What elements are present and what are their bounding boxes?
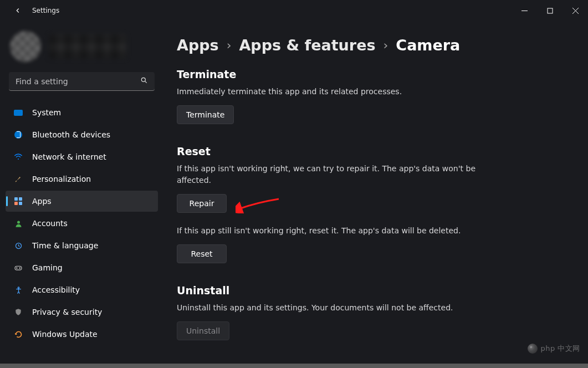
close-button[interactable] (563, 0, 588, 21)
watermark-text: php 中文网 (541, 344, 580, 354)
sidebar-item-accessibility[interactable]: Accessibility (6, 279, 158, 300)
sidebar-item-personalization[interactable]: Personalization (6, 168, 158, 190)
sidebar-item-time-language[interactable]: Time & language (6, 235, 158, 256)
section-title: Terminate (177, 68, 487, 80)
watermark: php 中文网 (528, 344, 580, 354)
sidebar-item-label: Privacy & security (32, 308, 102, 316)
nav-list: System Bluetooth & devices Network & int… (6, 102, 158, 345)
sidebar-item-network[interactable]: Network & internet (6, 146, 158, 167)
reset-section: Reset If this app isn't working right, w… (177, 145, 487, 263)
sidebar-item-windows-update[interactable]: Windows Update (6, 324, 158, 345)
svg-point-6 (18, 159, 19, 160)
bluetooth-icon (13, 130, 23, 140)
sidebar-item-label: Windows Update (32, 330, 98, 339)
avatar (10, 31, 41, 62)
search-icon (140, 76, 148, 86)
chevron-right-icon: › (384, 38, 388, 52)
breadcrumb: Apps › Apps & features › Camera (177, 37, 566, 54)
breadcrumb-apps[interactable]: Apps (177, 37, 219, 54)
svg-point-7 (17, 221, 20, 223)
sidebar-item-label: Gaming (32, 263, 63, 272)
repair-button[interactable]: Repair (177, 194, 227, 213)
clock-icon (13, 241, 23, 251)
minimize-button[interactable] (512, 0, 537, 21)
section-desc: If this app still isn't working right, r… (177, 225, 487, 237)
main-content: Apps › Apps & features › Camera Terminat… (163, 21, 588, 364)
back-button[interactable] (10, 7, 25, 14)
update-icon (13, 329, 23, 339)
breadcrumb-current: Camera (396, 37, 460, 54)
svg-point-4 (141, 78, 145, 81)
sidebar-item-accounts[interactable]: Accounts (6, 213, 158, 234)
breadcrumb-apps-features[interactable]: Apps & features (239, 37, 375, 54)
search-box[interactable] (9, 72, 155, 91)
sidebar: System Bluetooth & devices Network & int… (0, 21, 163, 364)
terminate-button[interactable]: Terminate (177, 105, 234, 124)
sidebar-item-label: Accessibility (32, 285, 80, 294)
shield-icon (13, 307, 23, 317)
svg-line-5 (145, 81, 146, 83)
chevron-right-icon: › (227, 38, 232, 52)
svg-point-10 (19, 268, 20, 268)
section-desc: If this app isn't working right, we can … (177, 163, 487, 186)
sidebar-item-apps[interactable]: Apps (6, 191, 158, 212)
sidebar-item-label: Network & internet (32, 152, 106, 161)
reset-button[interactable]: Reset (177, 244, 227, 263)
system-icon (13, 108, 23, 117)
maximize-button[interactable] (537, 0, 563, 21)
sidebar-item-bluetooth[interactable]: Bluetooth & devices (6, 124, 158, 145)
section-title: Reset (177, 145, 487, 157)
sidebar-item-gaming[interactable]: Gaming (6, 257, 158, 278)
terminate-section: Terminate Immediately terminate this app… (177, 68, 487, 124)
svg-rect-9 (15, 266, 22, 270)
watermark-logo-icon (528, 344, 538, 354)
uninstall-button: Uninstall (177, 321, 229, 340)
sidebar-item-label: Bluetooth & devices (32, 130, 110, 139)
section-desc: Immediately terminate this app and its r… (177, 86, 487, 98)
sidebar-item-label: System (32, 108, 61, 117)
accounts-icon (13, 218, 23, 228)
brush-icon (13, 174, 23, 184)
settings-window: Settings (0, 0, 588, 364)
window-title: Settings (32, 7, 59, 14)
section-desc: Uninstall this app and its settings. You… (177, 302, 487, 314)
sidebar-item-privacy[interactable]: Privacy & security (6, 301, 158, 323)
wifi-icon (13, 152, 23, 162)
uninstall-section: Uninstall Uninstall this app and its set… (177, 284, 487, 340)
sidebar-item-label: Time & language (32, 241, 98, 250)
profile-name-redacted (49, 34, 126, 59)
svg-rect-1 (548, 8, 553, 13)
sidebar-item-system[interactable]: System (6, 102, 158, 123)
section-title: Uninstall (177, 284, 487, 297)
titlebar: Settings (0, 0, 588, 21)
sidebar-item-label: Personalization (32, 175, 91, 183)
apps-icon (13, 196, 23, 206)
window-controls (512, 0, 588, 21)
gaming-icon (13, 263, 23, 273)
profile-block[interactable] (6, 29, 158, 72)
search-input[interactable] (16, 77, 140, 86)
sidebar-item-label: Accounts (32, 219, 68, 228)
svg-point-11 (18, 287, 19, 288)
accessibility-icon (13, 285, 23, 295)
sidebar-item-label: Apps (32, 197, 52, 206)
